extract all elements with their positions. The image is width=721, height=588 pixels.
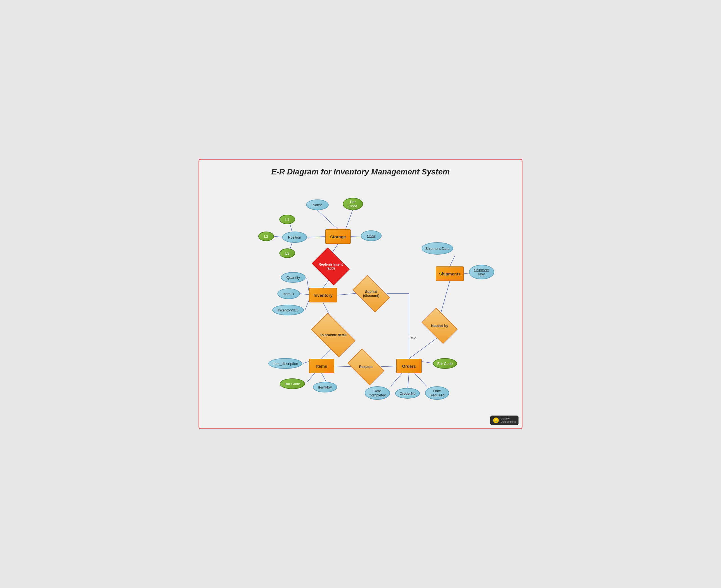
creately-brand: creately Diagramming	[500, 417, 516, 423]
attr-position: Position	[282, 232, 307, 243]
rel-request: Request	[350, 356, 382, 377]
attr-l1: L1	[279, 215, 295, 224]
svg-line-24	[303, 361, 309, 363]
svg-line-30	[415, 373, 427, 386]
entity-inventory: Inventory	[309, 288, 337, 302]
creately-bulb-icon: 💡	[493, 418, 499, 423]
diagram-title: E-R Diagram for Inventory Management Sys…	[199, 160, 522, 179]
attr-daterequired: DateRequired	[425, 386, 449, 400]
svg-line-11	[305, 300, 309, 310]
rel-neededby: Needed by	[424, 315, 455, 336]
svg-line-23	[381, 366, 396, 366]
attr-itemno: ItemNo#	[313, 382, 337, 393]
svg-line-25	[307, 373, 315, 383]
svg-line-5	[274, 236, 282, 237]
svg-line-9	[307, 278, 309, 292]
entity-items: Items	[309, 359, 334, 373]
svg-line-10	[300, 294, 309, 295]
rel-replenishment: Replenishment(add)	[315, 255, 346, 278]
svg-line-22	[334, 366, 351, 366]
attr-item-desc: Item_discription	[268, 358, 302, 369]
attr-inventoryid: InventoryID#	[272, 305, 304, 315]
svg-line-12	[337, 293, 356, 295]
attr-l3: L3	[279, 248, 295, 258]
rel-supplied: Suplied(discount)	[355, 283, 387, 304]
diagram-container: E-R Diagram for Inventory Management Sys…	[199, 159, 522, 429]
attr-name: Name	[306, 200, 329, 210]
svg-line-26	[322, 373, 326, 382]
svg-line-2	[307, 237, 325, 237]
attr-shipmentdate: Shipment Date	[422, 242, 453, 255]
attr-quantity: Quantity	[281, 272, 305, 283]
entity-orders: Orders	[396, 359, 422, 373]
svg-line-0	[317, 210, 338, 229]
attr-barcode-orders: Bar Code	[433, 358, 457, 369]
svg-line-28	[390, 373, 402, 386]
rel-toprovide: To provide detail	[314, 323, 353, 347]
entity-shipments: Shipments	[436, 267, 464, 281]
attr-shipmentno: ShipmentNo#	[469, 265, 494, 279]
attr-itemid: ItemID	[277, 288, 300, 299]
svg-line-29	[408, 373, 409, 388]
text-note: text	[411, 336, 416, 340]
entity-storage: Storage	[325, 229, 351, 244]
attr-barcode-storage: BarCode	[343, 198, 363, 210]
attr-datecompleted: DateCompleted	[365, 386, 390, 400]
attr-barcode-items: Bar Code	[280, 378, 305, 389]
attr-orderno: OrederNo	[395, 388, 420, 399]
creately-logo: 💡 creately Diagramming	[490, 416, 519, 425]
attr-sno: Sno#	[361, 230, 382, 241]
svg-line-16	[450, 256, 455, 267]
attr-l2: L2	[258, 232, 274, 241]
svg-line-1	[345, 210, 353, 229]
svg-line-18	[440, 281, 450, 315]
